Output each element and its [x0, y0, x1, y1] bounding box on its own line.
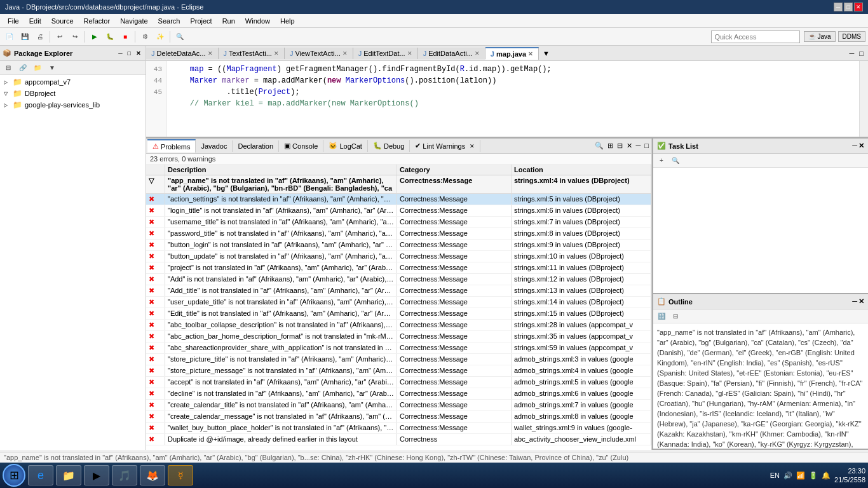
minimize-btn[interactable]: ─: [834, 3, 843, 11]
menu-file[interactable]: File: [3, 16, 24, 26]
tab-debug[interactable]: 🐛 Debug: [368, 140, 410, 152]
tab-deletedata[interactable]: J DeleteDataAc... ✕: [146, 48, 219, 59]
table-row[interactable]: ✖"abc_shareactionprovider_share_with_app…: [146, 342, 651, 354]
code-editor[interactable]: 43 44 45 map = ((MapFragment) getFragmen…: [146, 61, 868, 137]
new-folder-btn[interactable]: 📁: [31, 61, 44, 75]
start-button[interactable]: ⊞: [3, 464, 25, 487]
search-toolbar-btn[interactable]: 🔍: [173, 30, 187, 44]
new-btn[interactable]: 📄: [3, 30, 17, 44]
problems-table[interactable]: Description Category Location ▽ "app_nam…: [146, 165, 651, 450]
tab-problems[interactable]: ⚠ Problems: [147, 139, 196, 152]
filter-task-btn[interactable]: 🔍: [668, 154, 682, 168]
tab-close-btn[interactable]: ✕: [407, 50, 412, 57]
tab-close-btn[interactable]: ✕: [475, 50, 480, 57]
clean-btn[interactable]: ✨: [153, 30, 167, 44]
table-row[interactable]: ✖"project" is not translated in "af" (Af…: [146, 262, 651, 274]
close-btn[interactable]: ✕: [854, 3, 863, 11]
link-editor-btn[interactable]: 🔗: [16, 61, 30, 75]
code-content[interactable]: map = ((MapFragment) getFragmentManager(…: [166, 61, 859, 137]
menu-navigate[interactable]: Navigate: [115, 16, 153, 26]
minimize-outline-btn[interactable]: ─: [852, 297, 857, 306]
menu-edit[interactable]: Edit: [24, 16, 46, 26]
menu-refactor[interactable]: Refactor: [79, 16, 116, 26]
tab-close-btn[interactable]: ✕: [470, 143, 475, 149]
table-row[interactable]: ✖"abc_action_bar_home_description_format…: [146, 331, 651, 342]
ddms-perspective-btn[interactable]: DDMS: [838, 31, 865, 42]
close-task-btn[interactable]: ✕: [858, 142, 864, 150]
minimize-editor-btn[interactable]: ─: [848, 48, 857, 58]
table-row[interactable]: ✖"wallet_buy_button_place_holder" is not…: [146, 423, 651, 434]
table-row[interactable]: ✖"username_title" is not translated in "…: [146, 217, 651, 228]
tree-item-dbproject[interactable]: ▽ 📁 DBproject: [1, 88, 144, 99]
tree-item-appcompat[interactable]: ▷ 📁 appcompat_v7: [1, 76, 144, 88]
tab-console[interactable]: ▣ Console: [279, 140, 323, 152]
taskbar-explorer[interactable]: 📁: [56, 465, 81, 485]
table-row[interactable]: ✖"Add_title" is not translated in "af" (…: [146, 285, 651, 297]
tab-close-btn[interactable]: ✕: [342, 50, 348, 57]
maximize-bottom-btn[interactable]: □: [643, 140, 650, 151]
table-row[interactable]: ✖"decline" is not translated in "af" (Af…: [146, 388, 651, 400]
clear-btn[interactable]: ✕: [625, 140, 634, 151]
group-row-dbproject[interactable]: ▽ "app_name" is not translated in "af" (…: [146, 175, 651, 194]
tab-editdata[interactable]: J EditDataActi... ✕: [418, 48, 485, 59]
menu-search[interactable]: Search: [153, 16, 186, 26]
tab-close-btn[interactable]: ✕: [274, 50, 279, 57]
quick-access-input[interactable]: [711, 30, 800, 43]
close-panel-btn[interactable]: ✕: [134, 50, 143, 57]
table-row[interactable]: ✖"create_calendar_message" is not transl…: [146, 411, 651, 423]
outline-btn2[interactable]: ⊟: [668, 309, 682, 323]
collapse-all-btn[interactable]: ⊟: [1, 61, 15, 75]
build-btn[interactable]: ⚙: [138, 30, 152, 44]
table-row[interactable]: ✖"button_update" is not translated in "a…: [146, 251, 651, 262]
print-btn[interactable]: 🖨: [33, 30, 47, 44]
tab-texttest[interactable]: J TextTestActi... ✕: [219, 48, 285, 59]
table-row[interactable]: ✖"user_update_title" is not translated i…: [146, 297, 651, 308]
table-row[interactable]: ✖"abc_toolbar_collapse_description" is n…: [146, 320, 651, 331]
table-row[interactable]: ✖"create_calendar_title" is not translat…: [146, 400, 651, 411]
tree-item-google-play[interactable]: ▷ 📁 google-play-services_lib: [1, 99, 144, 111]
tab-javadoc[interactable]: Javadoc: [196, 140, 233, 152]
save-btn[interactable]: 💾: [18, 30, 32, 44]
taskbar-eclipse[interactable]: ☿: [168, 465, 193, 485]
editor-scrollbar[interactable]: [859, 61, 868, 137]
table-row[interactable]: ✖"store_picture_message" is not translat…: [146, 365, 651, 377]
menu-help[interactable]: Help: [275, 16, 300, 26]
add-task-btn[interactable]: +: [654, 154, 668, 168]
table-row[interactable]: ✖"store_picture_title" is not translated…: [146, 354, 651, 365]
table-row[interactable]: ✖"login_title" is not translated in "af"…: [146, 205, 651, 217]
tab-edittext[interactable]: J EditTextDat... ✕: [353, 48, 418, 59]
tab-viewtext[interactable]: J ViewTextActi... ✕: [285, 48, 353, 59]
tab-close-btn[interactable]: ✕: [528, 51, 533, 57]
close-outline-btn[interactable]: ✕: [858, 297, 864, 306]
filter-btn[interactable]: 🔍: [593, 140, 605, 151]
run-btn[interactable]: ▶: [88, 30, 102, 44]
maximize-btn[interactable]: □: [844, 3, 853, 11]
view-menu-btn[interactable]: ▼: [45, 61, 59, 75]
table-row[interactable]: ✖"button_login" is not translated in "af…: [146, 240, 651, 251]
undo-btn[interactable]: ↩: [53, 30, 67, 44]
tab-lint[interactable]: ✔ Lint Warnings ✕: [410, 140, 480, 152]
taskbar-wmp[interactable]: ▶: [84, 465, 109, 485]
maximize-panel-btn[interactable]: □: [126, 50, 133, 57]
table-row[interactable]: ✖"Add" is not translated in "af" (Afrika…: [146, 274, 651, 285]
taskbar-app4[interactable]: 🎵: [112, 465, 137, 485]
minimize-bottom-btn[interactable]: ─: [635, 140, 642, 151]
menu-run[interactable]: Run: [217, 16, 240, 26]
stop-btn[interactable]: ■: [118, 30, 132, 44]
collapse-btn[interactable]: ⊟: [616, 140, 624, 151]
table-row[interactable]: ✖"password_title" is not translated in "…: [146, 228, 651, 240]
minimize-panel-btn[interactable]: ─: [116, 50, 124, 57]
menu-window[interactable]: Window: [240, 16, 275, 26]
table-row[interactable]: ✖"action_settings" is not translated in …: [146, 194, 651, 205]
expand-btn[interactable]: ⊞: [606, 140, 614, 151]
tab-logcat[interactable]: 🐱 LogCat: [323, 140, 367, 152]
table-row[interactable]: ✖Duplicate id @+id/image, already define…: [146, 434, 651, 445]
table-row[interactable]: ✖"accept" is not translated in "af" (Afr…: [146, 377, 651, 388]
menu-project[interactable]: Project: [185, 16, 217, 26]
menu-source[interactable]: Source: [46, 16, 79, 26]
tab-close-btn[interactable]: ✕: [208, 50, 213, 57]
tab-overflow-btn[interactable]: ▼: [539, 48, 553, 58]
minimize-task-btn[interactable]: ─: [852, 142, 857, 150]
table-row[interactable]: ✖"Edit_title" is not translated in "af" …: [146, 308, 651, 320]
java-perspective-btn[interactable]: ☕ Java: [804, 31, 835, 42]
